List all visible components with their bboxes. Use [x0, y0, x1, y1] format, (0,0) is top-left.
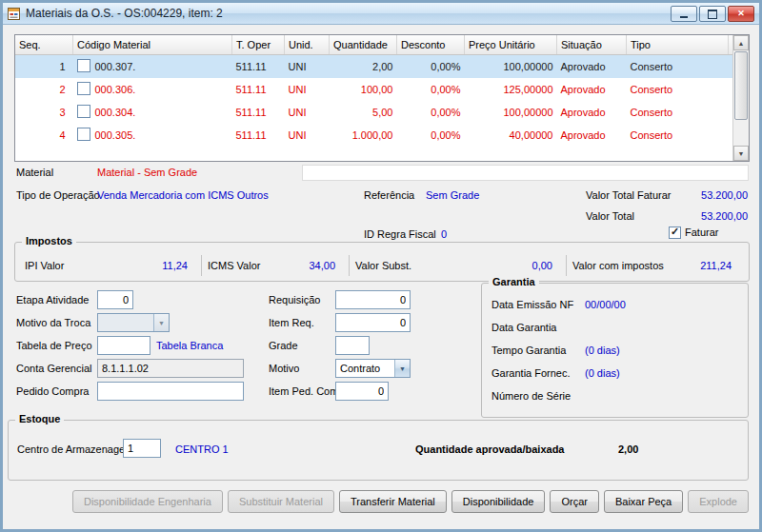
minimize-icon [680, 16, 688, 18]
centro-armazenagem-label: Centro de Armazenagem [17, 443, 133, 455]
button-transferir-material[interactable]: Transferir Material [339, 490, 447, 513]
cell-codigo: 000.306. [73, 78, 232, 101]
column-header-unid[interactable]: Unid. [285, 35, 330, 55]
cell-desconto: 0,00% [397, 55, 465, 79]
quantidade-aprovada-value: 2,00 [618, 443, 638, 455]
table-row[interactable]: 2000.306.511.11UNI100,000,00%125,00000Ap… [15, 78, 732, 101]
estoque-group: Estoque Centro de Armazenagem CENTRO 1 Q… [8, 420, 749, 481]
ipi-label: IPI Valor [25, 260, 64, 271]
button-orcar[interactable]: Orçar [550, 490, 599, 513]
cell-desconto: 0,00% [397, 124, 465, 147]
button-substituir-material: Substituir Material [228, 490, 334, 513]
grade-input[interactable] [335, 336, 370, 355]
etapa-atividade-label: Etapa Atividade [16, 294, 89, 305]
row-checkbox[interactable] [77, 59, 90, 72]
valor-subst-label: Valor Subst. [355, 260, 411, 271]
row-checkbox[interactable] [77, 128, 90, 141]
id-regra-fiscal-value: 0 [441, 228, 447, 240]
motivo-select[interactable]: Contrato ▼ [335, 359, 411, 378]
cell-codigo: 000.307. [73, 55, 232, 79]
cell-quantidade: 1.000,00 [330, 124, 397, 147]
column-header-seq[interactable]: Seq. [15, 35, 73, 55]
requisicao-input[interactable] [335, 290, 411, 309]
requisicao-label: Requisição [269, 294, 320, 305]
column-header-codigo[interactable]: Código Material [73, 35, 232, 55]
button-disponibilidade-engenharia: Disponibilidade Engenharia [72, 490, 223, 513]
valor-com-impostos-label: Valor com impostos [572, 260, 664, 271]
button-bar: Disponibilidade EngenhariaSubstituir Mat… [3, 490, 749, 513]
cell-codigo: 000.304. [73, 101, 232, 124]
item-ped-compra-input[interactable] [335, 382, 389, 401]
cell-seq: 1 [15, 55, 73, 79]
minimize-button[interactable] [671, 6, 697, 22]
chevron-down-icon: ▼ [394, 360, 410, 377]
item-req-input[interactable] [335, 313, 411, 332]
valor-com-impostos-value: 211,24 [700, 260, 732, 271]
cell-seq: 4 [15, 124, 73, 147]
grid-vertical-scrollbar[interactable]: ▲ ▼ [732, 35, 749, 161]
cell-tipo: Conserto [627, 101, 729, 124]
icms-value: 34,00 [309, 260, 335, 271]
grid-header-row: Seq.Código MaterialT. OperUnid.Quantidad… [15, 35, 732, 55]
cell-t_oper: 511.11 [232, 101, 285, 124]
tempo-garantia-label: Tempo Garantia [491, 345, 566, 356]
faturar-label: Faturar [685, 227, 718, 238]
data-emissao-nf-label: Data Emissão NF [491, 299, 573, 310]
column-header-t_oper[interactable]: T. Oper [232, 35, 285, 55]
centro-armazenagem-desc: CENTRO 1 [175, 443, 229, 455]
cell-tipo: Conserto [627, 55, 729, 79]
conta-gerencial-input[interactable] [97, 359, 244, 378]
materials-grid: Seq.Código MaterialT. OperUnid.Quantidad… [14, 34, 750, 162]
etapa-atividade-input[interactable] [97, 290, 133, 309]
row-checkbox[interactable] [77, 105, 90, 118]
estoque-legend: Estoque [15, 413, 64, 424]
scroll-thumb[interactable] [734, 51, 748, 120]
cell-quantidade: 5,00 [330, 101, 397, 124]
materials-dialog: Materiais da O.S. - OS:004229, item: 2 ✕… [0, 0, 762, 532]
button-baixar-peca[interactable]: Baixar Peça [604, 490, 683, 513]
tabela-preco-input[interactable] [97, 336, 150, 355]
button-disponibilidade[interactable]: Disponibilidade [451, 490, 546, 513]
table-row[interactable]: 3000.304.511.11UNI5,000,00%100,00000Apro… [15, 101, 732, 124]
cell-situacao: Aprovado [557, 101, 627, 124]
motivo-troca-select[interactable]: ▼ [97, 313, 170, 332]
scroll-down-icon[interactable]: ▼ [733, 146, 749, 161]
centro-armazenagem-input[interactable] [123, 439, 161, 458]
cell-desconto: 0,00% [397, 78, 465, 101]
cell-tipo: Conserto [627, 78, 729, 101]
table-row[interactable]: 4000.305.511.11UNI1.000,000,00%40,00000A… [15, 124, 732, 147]
cell-seq: 3 [15, 101, 73, 124]
quantidade-aprovada-label: Quantidade aprovada/baixada [415, 443, 565, 455]
column-header-situacao[interactable]: Situação [557, 35, 627, 55]
material-label: Material [16, 167, 53, 178]
data-emissao-nf-value: 00/00/00 [585, 299, 626, 310]
valor-subst-value: 0,00 [532, 260, 552, 271]
table-row[interactable]: 1000.307.511.11UNI2,000,00%100,00000Apro… [15, 55, 732, 79]
window-title: Materiais da O.S. - OS:004229, item: 2 [26, 7, 223, 20]
ipi-value: 11,24 [162, 260, 188, 271]
cell-unid: UNI [285, 124, 330, 147]
numero-serie-label: Número de Série [491, 390, 571, 402]
row-checkbox[interactable] [77, 82, 90, 95]
pedido-compra-input[interactable] [97, 382, 244, 401]
column-header-preco_unitario[interactable]: Preço Unitário [465, 35, 557, 55]
cell-t_oper: 511.11 [232, 55, 285, 79]
column-header-desconto[interactable]: Desconto [397, 35, 465, 55]
column-header-tipo[interactable]: Tipo [627, 35, 729, 55]
scroll-up-icon[interactable]: ▲ [733, 35, 749, 50]
icms-label: ICMS Valor [208, 260, 260, 271]
cell-situacao: Aprovado [557, 55, 627, 79]
close-button[interactable]: ✕ [728, 6, 754, 22]
cell-preco_unitario: 125,00000 [465, 78, 557, 101]
garantia-fornec-label: Garantia Fornec. [491, 367, 571, 379]
faturar-checkbox[interactable] [669, 227, 681, 239]
cell-unid: UNI [285, 55, 330, 79]
garantia-legend: Garantia [489, 276, 539, 287]
cell-tipo: Conserto [627, 124, 729, 147]
cell-t_oper: 511.11 [232, 124, 285, 147]
valor-total-value: 53.200,00 [651, 210, 748, 222]
cell-preco_unitario: 100,00000 [465, 55, 557, 79]
data-garantia-label: Data Garantia [491, 322, 556, 333]
column-header-quantidade[interactable]: Quantidade [330, 35, 397, 55]
maximize-button[interactable] [699, 6, 726, 22]
